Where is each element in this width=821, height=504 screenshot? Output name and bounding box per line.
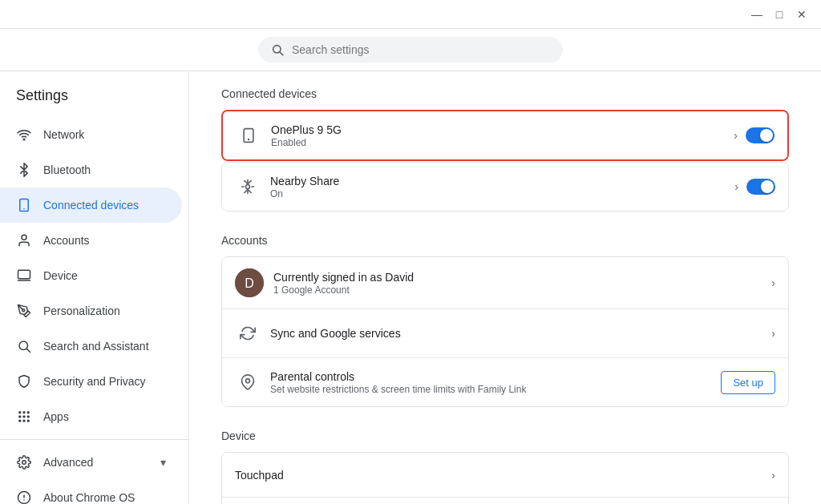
- oneplus-toggle[interactable]: [746, 127, 774, 143]
- advanced-icon: [16, 454, 32, 470]
- accounts-card: D Currently signed in as David 1 Google …: [221, 256, 789, 407]
- sidebar-item-security[interactable]: Security and Privacy: [0, 364, 182, 399]
- sidebar-item-apps[interactable]: Apps: [0, 399, 182, 434]
- sidebar-item-device-label: Device: [43, 269, 78, 282]
- sidebar-item-network[interactable]: Network: [0, 117, 182, 152]
- svg-rect-13: [27, 411, 30, 413]
- nearby-share-icon: [235, 174, 261, 200]
- nearby-share-label: Nearby Share: [270, 175, 728, 187]
- svg-point-20: [22, 461, 26, 465]
- accounts-section: Accounts D Currently signed in as David …: [221, 234, 789, 407]
- oneplus-text: OnePlus 9 5G Enabled: [271, 123, 727, 148]
- oneplus-label: OnePlus 9 5G: [271, 123, 727, 136]
- shield-icon: [16, 373, 32, 389]
- touchpad-text: Touchpad: [235, 469, 771, 482]
- sidebar-item-search-assistant-label: Search and Assistant: [43, 340, 149, 353]
- connected-devices-icon: [16, 197, 32, 213]
- sidebar-item-connected-devices[interactable]: Connected devices: [0, 187, 182, 223]
- oneplus-item[interactable]: OnePlus 9 5G Enabled ›: [223, 111, 787, 159]
- person-icon: [16, 232, 32, 248]
- signed-in-text: Currently signed in as David 1 Google Ac…: [273, 271, 771, 296]
- device-title: Device: [221, 429, 789, 442]
- nearby-share-card: Nearby Share On ›: [221, 162, 789, 212]
- sidebar-item-about-label: About Chrome OS: [43, 491, 135, 504]
- setup-button[interactable]: Set up: [721, 371, 775, 394]
- sidebar-item-accounts-label: Accounts: [43, 234, 90, 247]
- sidebar-item-about[interactable]: About Chrome OS: [0, 480, 182, 504]
- svg-line-10: [26, 349, 30, 352]
- connected-devices-section: Connected devices OnePlus 9 5G Enabled: [221, 87, 789, 212]
- close-button[interactable]: ✕: [792, 5, 811, 24]
- svg-rect-14: [18, 416, 21, 418]
- svg-point-5: [22, 235, 26, 240]
- keyboard-item[interactable]: Keyboard ›: [222, 498, 788, 504]
- top-header: [0, 29, 821, 71]
- main-content: Connected devices OnePlus 9 5G Enabled: [189, 71, 821, 504]
- parental-label: Parental controls: [270, 370, 721, 383]
- svg-rect-15: [23, 416, 26, 418]
- device-section: Device Touchpad › Keyboard ›: [221, 429, 789, 504]
- connected-devices-title: Connected devices: [221, 87, 789, 100]
- sync-icon: [235, 321, 261, 346]
- svg-point-2: [23, 139, 25, 140]
- parental-item[interactable]: Parental controls Set website restrictio…: [222, 358, 788, 406]
- sidebar-item-network-label: Network: [43, 128, 84, 141]
- sync-item[interactable]: Sync and Google services ›: [222, 309, 788, 358]
- signed-in-sublabel: 1 Google Account: [273, 284, 771, 296]
- sidebar-item-apps-label: Apps: [43, 410, 69, 423]
- device-card: Touchpad › Keyboard ›: [221, 452, 789, 504]
- svg-rect-18: [23, 420, 26, 422]
- chevron-down-icon: ▾: [160, 456, 166, 469]
- svg-rect-6: [18, 270, 30, 279]
- info-icon: [16, 490, 32, 504]
- sidebar-item-bluetooth-label: Bluetooth: [43, 163, 91, 176]
- sidebar-title: Settings: [0, 78, 188, 117]
- sidebar-item-accounts[interactable]: Accounts: [0, 223, 182, 258]
- oneplus-right: ›: [734, 127, 774, 143]
- sidebar-item-bluetooth[interactable]: Bluetooth: [0, 152, 182, 187]
- sidebar: Settings Network Bluetooth: [0, 71, 189, 504]
- sidebar-item-personalization[interactable]: Personalization: [0, 293, 182, 329]
- parental-text: Parental controls Set website restrictio…: [270, 370, 721, 395]
- phone-icon: [236, 123, 261, 148]
- sidebar-item-device[interactable]: Device: [0, 258, 182, 293]
- svg-point-29: [246, 379, 250, 383]
- oneplus-chevron-icon: ›: [734, 129, 738, 142]
- oneplus-sublabel: Enabled: [271, 137, 727, 148]
- accounts-title: Accounts: [221, 234, 789, 247]
- maximize-button[interactable]: □: [770, 5, 789, 24]
- svg-rect-16: [27, 416, 30, 418]
- nearby-share-sublabel: On: [270, 188, 728, 200]
- nearby-share-card-wrapper: Nearby Share On ›: [221, 162, 789, 212]
- bluetooth-icon: [16, 162, 32, 178]
- svg-line-1: [280, 52, 283, 55]
- nearby-share-item[interactable]: Nearby Share On ›: [222, 163, 788, 211]
- wifi-icon: [16, 127, 32, 143]
- nearby-share-toggle[interactable]: [746, 179, 775, 195]
- sidebar-item-advanced[interactable]: Advanced ▾: [0, 445, 182, 480]
- svg-rect-19: [27, 420, 30, 422]
- advanced-left: Advanced: [16, 454, 93, 470]
- apps-icon: [16, 409, 32, 425]
- sidebar-item-advanced-label: Advanced: [43, 456, 93, 469]
- laptop-icon: [16, 268, 32, 284]
- highlighted-card: OnePlus 9 5G Enabled ›: [221, 110, 789, 161]
- parental-sublabel: Set website restrictions & screen time l…: [270, 384, 721, 395]
- nearby-share-right: ›: [734, 179, 775, 195]
- sidebar-divider: [0, 439, 188, 440]
- sidebar-item-personalization-label: Personalization: [43, 304, 120, 317]
- parental-icon: [235, 369, 261, 395]
- sync-text: Sync and Google services: [270, 327, 771, 340]
- search-input[interactable]: [292, 43, 550, 56]
- nearby-share-chevron-icon: ›: [734, 180, 738, 193]
- signed-in-item[interactable]: D Currently signed in as David 1 Google …: [222, 257, 788, 309]
- svg-rect-17: [18, 420, 21, 422]
- sidebar-item-security-label: Security and Privacy: [43, 375, 146, 388]
- touchpad-item[interactable]: Touchpad ›: [222, 453, 788, 498]
- minimize-button[interactable]: —: [747, 5, 766, 24]
- sidebar-item-search-assistant[interactable]: Search and Assistant: [0, 329, 182, 364]
- app-container: Settings Network Bluetooth: [0, 71, 821, 504]
- signed-in-chevron-icon: ›: [771, 276, 775, 289]
- avatar: D: [235, 268, 264, 297]
- brush-icon: [16, 303, 32, 319]
